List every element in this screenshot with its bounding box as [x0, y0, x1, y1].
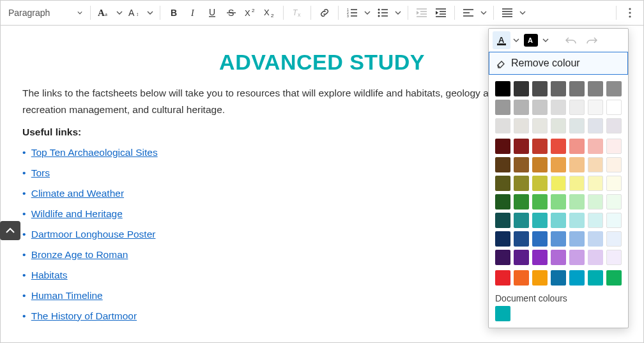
colour-swatch[interactable] — [532, 118, 548, 133]
link[interactable]: Bronze Age to Roman — [31, 249, 128, 260]
colour-swatch[interactable] — [532, 213, 548, 228]
align-dropdown[interactable] — [478, 4, 489, 22]
colour-swatch[interactable] — [569, 139, 585, 154]
highlight-colour-button[interactable]: A — [522, 31, 540, 49]
font-size-button[interactable]: A ↕ — [125, 4, 144, 22]
unordered-list-dropdown[interactable] — [392, 4, 404, 22]
link[interactable]: Tors — [31, 167, 50, 178]
colour-swatch[interactable] — [495, 194, 510, 210]
line-height-button[interactable] — [498, 4, 517, 22]
colour-swatch[interactable] — [551, 157, 566, 172]
link[interactable]: Dartmoor Longhouse Poster — [31, 229, 156, 240]
colour-swatch[interactable] — [514, 231, 529, 247]
subscript-button[interactable]: X2 — [260, 4, 279, 22]
strikethrough-button[interactable]: S — [222, 4, 241, 22]
colour-swatch[interactable] — [532, 100, 548, 115]
colour-swatch[interactable] — [514, 213, 529, 228]
colour-swatch[interactable] — [588, 194, 603, 210]
indent-button[interactable] — [431, 4, 450, 22]
bold-button[interactable]: B — [164, 4, 183, 22]
colour-swatch[interactable] — [606, 231, 622, 247]
colour-swatch[interactable] — [551, 139, 566, 154]
more-tools-button[interactable] — [620, 3, 640, 22]
colour-swatch[interactable] — [495, 118, 510, 133]
colour-swatch[interactable] — [551, 213, 566, 228]
colour-swatch[interactable] — [569, 213, 585, 228]
colour-swatch[interactable] — [606, 270, 622, 286]
link[interactable]: Climate and Weather — [31, 188, 124, 199]
redo-button[interactable] — [582, 31, 601, 49]
font-family-dropdown[interactable] — [114, 4, 125, 22]
colour-swatch[interactable] — [588, 139, 603, 154]
colour-swatch[interactable] — [588, 231, 603, 247]
undo-button[interactable] — [562, 31, 581, 49]
colour-swatch[interactable] — [606, 118, 622, 133]
link[interactable]: The History of Dartmoor — [31, 310, 137, 321]
remove-colour-button[interactable]: Remove colour — [489, 52, 628, 75]
colour-swatch[interactable] — [569, 81, 585, 96]
colour-swatch[interactable] — [495, 81, 510, 96]
highlight-colour-dropdown[interactable] — [541, 38, 550, 42]
colour-swatch[interactable] — [588, 157, 603, 172]
colour-swatch[interactable] — [606, 157, 622, 172]
colour-swatch[interactable] — [551, 194, 566, 210]
colour-swatch[interactable] — [588, 118, 603, 133]
clear-formatting-button[interactable]: Tx — [288, 4, 307, 22]
colour-swatch[interactable] — [532, 176, 548, 191]
superscript-button[interactable]: X2 — [241, 4, 260, 22]
colour-swatch[interactable] — [495, 231, 510, 247]
line-height-dropdown[interactable] — [517, 4, 528, 22]
colour-swatch[interactable] — [606, 213, 622, 228]
link-button[interactable] — [315, 4, 334, 22]
colour-swatch[interactable] — [569, 157, 585, 172]
link[interactable]: Wildlife and Heritage — [31, 208, 123, 219]
colour-swatch[interactable] — [551, 81, 566, 96]
colour-swatch[interactable] — [495, 250, 510, 265]
document-colour-swatch[interactable] — [495, 306, 510, 321]
colour-swatch[interactable] — [588, 250, 603, 265]
ordered-list-button[interactable]: 1 2 3 — [342, 4, 362, 22]
colour-swatch[interactable] — [569, 250, 585, 265]
link[interactable]: Top Ten Archaeological Sites — [31, 147, 158, 158]
colour-swatch[interactable] — [514, 157, 529, 172]
colour-swatch[interactable] — [532, 194, 548, 210]
font-family-button[interactable]: A a — [95, 4, 114, 22]
italic-button[interactable]: I — [183, 4, 203, 22]
colour-swatch[interactable] — [532, 270, 548, 286]
colour-swatch[interactable] — [569, 118, 585, 133]
colour-swatch[interactable] — [551, 176, 566, 191]
colour-swatch[interactable] — [551, 250, 566, 265]
colour-swatch[interactable] — [495, 270, 510, 286]
colour-swatch[interactable] — [588, 270, 603, 286]
colour-swatch[interactable] — [606, 194, 622, 210]
align-button[interactable] — [459, 4, 478, 22]
colour-swatch[interactable] — [569, 194, 585, 210]
back-to-top-button[interactable] — [0, 221, 20, 240]
colour-swatch[interactable] — [495, 139, 510, 154]
underline-button[interactable]: U — [203, 4, 222, 22]
colour-swatch[interactable] — [532, 139, 548, 154]
text-colour-dropdown[interactable] — [512, 38, 521, 42]
colour-swatch[interactable] — [588, 176, 603, 191]
colour-swatch[interactable] — [569, 231, 585, 247]
colour-swatch[interactable] — [514, 81, 529, 96]
colour-swatch[interactable] — [569, 100, 585, 115]
ordered-list-dropdown[interactable] — [362, 4, 373, 22]
colour-swatch[interactable] — [551, 231, 566, 247]
colour-swatch[interactable] — [551, 270, 566, 286]
colour-swatch[interactable] — [551, 118, 566, 133]
colour-swatch[interactable] — [495, 157, 510, 172]
colour-swatch[interactable] — [532, 231, 548, 247]
colour-swatch[interactable] — [514, 100, 529, 115]
outdent-button[interactable] — [412, 4, 431, 22]
colour-swatch[interactable] — [532, 157, 548, 172]
unordered-list-button[interactable] — [373, 4, 392, 22]
colour-swatch[interactable] — [606, 100, 622, 115]
colour-swatch[interactable] — [495, 213, 510, 228]
colour-swatch[interactable] — [514, 139, 529, 154]
colour-swatch[interactable] — [514, 270, 529, 286]
colour-swatch[interactable] — [606, 250, 622, 265]
colour-swatch[interactable] — [514, 194, 529, 210]
colour-swatch[interactable] — [606, 81, 622, 96]
colour-swatch[interactable] — [551, 100, 566, 115]
